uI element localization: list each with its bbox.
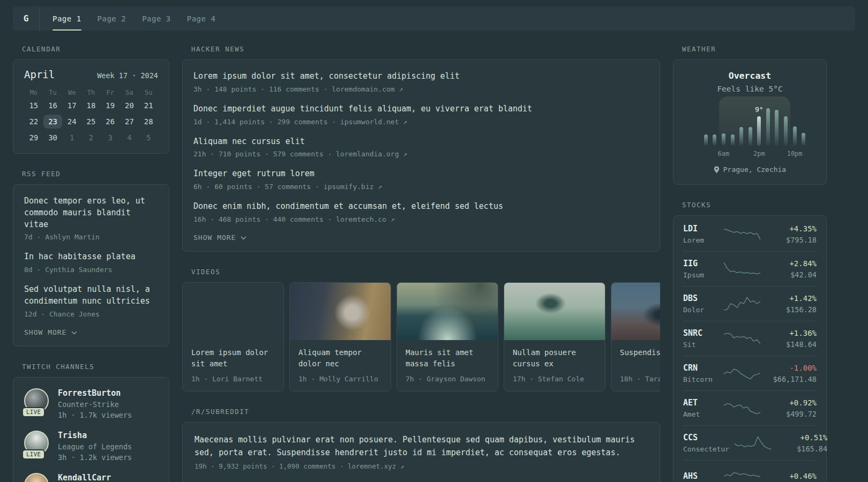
stock-name: Lorem [683,236,719,244]
dashboard-page: G Page 1Page 2Page 3Page 4 CALENDAR Apri… [0,0,868,482]
tab-page-1[interactable]: Page 1 [53,6,81,31]
stock-identity: SNRCSit [683,328,719,349]
stock-values: +2.84%$42.04 [766,259,817,279]
rss-item: Sed volutpat nulla nisl, a condimentum n… [24,284,158,318]
twitch-channel-row[interactable]: LIVETrishaLeague of Legends3h · 1.2k vie… [24,431,158,462]
hackernews-show-more-button[interactable]: SHOW MORE [193,234,246,242]
hacker-news-item-title[interactable]: Aliquam nec cursus elit [193,136,649,148]
weather-bar-slot [781,100,790,146]
weather-hourly-chart: 9° [701,100,808,146]
subreddit-post-title[interactable]: Maecenas mollis pulvinar erat non posuer… [194,433,648,459]
hacker-news-item: Donec enim nibh, condimentum et accumsan… [193,201,649,223]
stock-ticker: CRN [683,363,719,373]
weather-bar [749,127,752,146]
calendar-day: 19 [101,99,120,112]
stock-identity: CRNBitcorn [683,363,719,383]
twitch-channel-info: ForrestBurtonCounter-Strike1h · 1.7k vie… [58,388,132,419]
stock-ticker: AET [683,398,719,408]
avatar-wrap: LIVE [24,388,49,413]
rss-item-title[interactable]: In hac habitasse platea [24,251,158,263]
weather-bar [757,116,761,146]
calendar-day: 21 [139,99,158,112]
calendar-day: 16 [43,99,63,112]
weather-feels-like: Feels like 5°C [684,85,815,93]
twitch-channel-category: League of Legends [58,442,132,451]
stock-change: +0.46% [766,472,817,480]
rss-item-title[interactable]: Sed volutpat nulla nisl, a condimentum n… [24,284,158,307]
weather-bar [739,127,743,146]
weather-bar [731,134,735,146]
calendar-day: 17 [62,99,81,112]
twitch-channel-row[interactable]: LIVEForrestBurtonCounter-Strike1h · 1.7k… [24,388,158,419]
stocks-list: LDILorem+4.35%$795.18IIGIpsum+2.84%$42.0… [683,217,817,482]
app-logo[interactable]: G [13,6,39,31]
weather-bar [802,133,805,146]
calendar-day: 28 [139,115,158,129]
stock-name: Sit [683,341,719,349]
weather-bar-slot [737,100,746,146]
calendar-day: 3 [101,131,120,145]
calendar-week-year: Week 17 · 2024 [97,71,158,80]
video-card-body: Mauris sit amet massa felis7h · Grayson … [397,340,498,391]
stock-sparkline [724,400,760,417]
hackernews-show-more-label: SHOW MORE [193,234,236,242]
rss-section-label: RSS FEED [22,170,169,178]
stock-values: +0.51%$165.84 [776,433,827,453]
hacker-news-item: Integer eget rutrum lorem6h · 60 points … [193,168,649,191]
video-title: Nullam posuere cursus ex [513,347,596,370]
twitch-channel-name[interactable]: KendallCarr [58,473,111,482]
video-card[interactable]: Aliquam tempor dolor nec pharetra…1h · M… [289,282,391,391]
weather-bar [784,116,788,146]
tab-page-3[interactable]: Page 3 [142,6,171,31]
twitch-channel-name[interactable]: ForrestBurton [58,388,132,398]
tab-page-4[interactable]: Page 4 [187,6,216,31]
twitch-channels-list: LIVEForrestBurtonCounter-Strike1h · 1.7k… [24,388,158,482]
calendar-day: 1 [62,131,81,145]
tab-page-2[interactable]: Page 2 [98,6,126,31]
stock-name: Consectetur [683,445,729,453]
video-card[interactable]: Mauris sit amet massa felis7h · Grayson … [396,282,498,391]
video-card[interactable]: Lorem ipsum dolor sit amet consectetu…1h… [182,282,284,391]
avatar [24,473,49,482]
weather-bar [722,133,725,146]
calendar-day: 30 [43,131,63,145]
rss-items-list: Donec tempor eros leo, ut commodo mauris… [24,195,158,318]
stock-values: +1.36%$148.64 [766,329,817,349]
stock-row: CCSConsectetur+0.51%$165.84 [683,425,817,460]
stock-row: CRNBitcorn-1.00%$66,171.48 [683,356,817,390]
hacker-news-item: Lorem ipsum dolor sit amet, consectetur … [193,71,649,93]
stock-change: +4.35% [766,224,817,233]
stock-values: +1.42%$156.28 [766,294,817,314]
weather-bar [766,108,770,146]
hacker-news-item-title[interactable]: Donec imperdiet augue tincidunt felis al… [193,103,649,115]
stock-price: $165.84 [776,445,827,453]
twitch-channel-name[interactable]: Trisha [58,431,132,440]
stock-change: +0.92% [766,398,817,407]
hacker-news-item-title[interactable]: Integer eget rutrum lorem [193,168,649,180]
hacker-news-item-title[interactable]: Lorem ipsum dolor sit amet, consectetur … [193,71,649,82]
hacker-news-item-title[interactable]: Donec enim nibh, condimentum et accumsan… [193,201,649,213]
weather-bar-slot [764,100,773,146]
stock-sparkline [724,365,760,382]
video-card-body: Suspendisse diam18h · Tara [611,340,660,391]
weather-bar [775,110,779,146]
weather-bar-slot [746,100,755,146]
videos-section-label: VIDEOS [191,268,660,276]
weather-widget: Overcast Feels like 5°C 9° 6am2pm10pm Pr… [673,59,827,185]
video-card[interactable]: Suspendisse diam18h · Tara [611,282,660,391]
calendar-day-selected: 23 [43,115,63,129]
rss-show-more-button[interactable]: SHOW MORE [24,328,77,336]
concrete-towers-thumbnail [183,283,283,340]
twitch-channel-info: KendallCarr [58,473,111,482]
weather-bar-slot [790,100,799,146]
twitch-channel-row[interactable]: KendallCarr [24,473,158,482]
rss-item-title[interactable]: Donec tempor eros leo, ut commodo mauris… [24,195,158,230]
rss-item: In hac habitasse platea8d · Cynthia Saun… [24,251,158,274]
calendar-day-grid: 1516171819202122232425262728293012345 [24,99,158,145]
video-card[interactable]: Nullam posuere cursus ex17h · Stefan Col… [504,282,605,391]
stock-price: $66,171.48 [766,375,817,383]
video-title: Lorem ipsum dolor sit amet consectetu… [191,347,275,370]
camera-hands-thumbnail [290,283,391,340]
weather-bar-slot [773,100,782,146]
calendar-day-header: Fr [101,87,120,99]
